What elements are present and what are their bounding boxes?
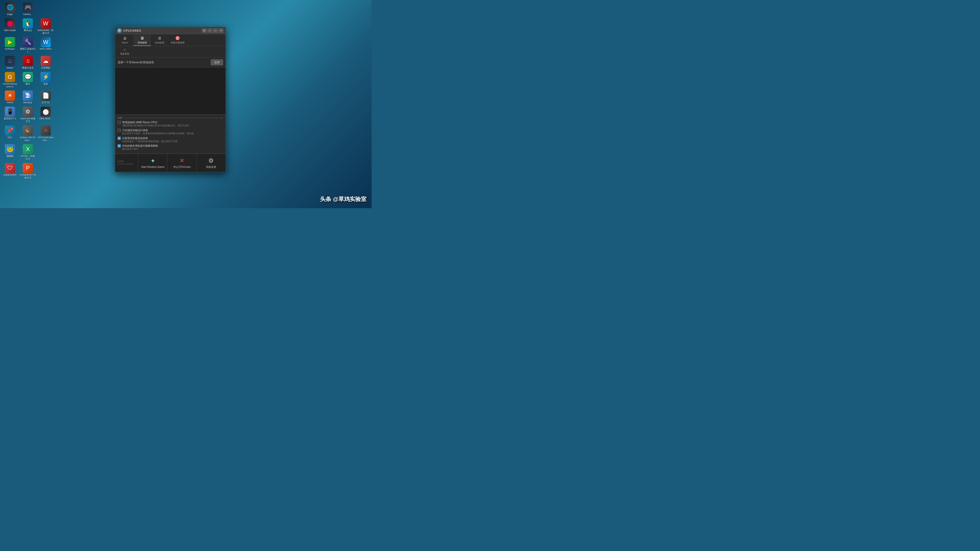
edge-icon: 🌐 bbox=[5, 2, 15, 13]
bandizip-label: Bandizip bbox=[24, 101, 32, 104]
baidu-icon: ☁ bbox=[41, 56, 51, 66]
tab-more-label: 更多类型 bbox=[120, 52, 129, 56]
random-game-icon: ✦ bbox=[150, 157, 156, 165]
cb3-main: 以更高优先级启动游戏 bbox=[122, 137, 180, 140]
settings-area: 设置 ≡≡ 禁用超线程 (AMD Ryzen CPU) 强制游戏以混分配的CPU… bbox=[115, 114, 226, 154]
desktop-icon-qq[interactable]: 🐧 腾讯QQ bbox=[19, 17, 37, 36]
desktop-icon-xmind[interactable]: ✶ XMind bbox=[1, 89, 19, 105]
tech-icon: G bbox=[5, 72, 15, 82]
nail-icon: 📌 bbox=[5, 125, 15, 136]
app-icon: C bbox=[117, 28, 122, 33]
pot-label: PotPlayer bbox=[5, 48, 15, 51]
desktop-icon-nail[interactable]: 📌 钉钉 bbox=[1, 124, 19, 143]
tab-more[interactable]: ✕ 更多类型 bbox=[116, 47, 134, 57]
start-random-game-button[interactable]: ✦ Start Random Game bbox=[138, 154, 167, 172]
select-button[interactable]: 选择 bbox=[211, 59, 223, 65]
desktop-icon-xunlei[interactable]: ⚡ 迅雷 bbox=[37, 71, 54, 89]
checkbox-4-text: 对你的操作系统进行隔离和限制 默认情况下选中。 bbox=[122, 144, 158, 151]
settings-label: 高级设置 bbox=[206, 165, 216, 169]
about-label: 关于CPUCores bbox=[117, 162, 136, 166]
minimize-btn[interactable]: ─ bbox=[207, 28, 212, 33]
tab-monitor[interactable]: 🖥 自动监测 bbox=[151, 35, 168, 46]
tab-bar-row2: ✕ 更多类型 bbox=[115, 46, 226, 57]
desktop-icon-excel[interactable]: X EXCEL - 快捷方式 bbox=[19, 143, 37, 162]
checkbox-2[interactable] bbox=[118, 129, 121, 132]
cpu-icon: ✕ bbox=[41, 125, 51, 136]
steam-icon: ♨ bbox=[5, 56, 15, 66]
cb1-main: 禁用超线程 (AMD Ryzen CPU) bbox=[122, 121, 191, 124]
excel-label: EXCEL - 快捷方式 bbox=[20, 155, 36, 160]
advanced-settings-button[interactable]: ⚙ 高级设置 bbox=[197, 154, 226, 172]
wps-icon: W bbox=[41, 18, 51, 29]
desktop-icon-client[interactable]: ⚙ Client.exe 快捷方式 bbox=[19, 106, 37, 124]
txt-icon: 📄 bbox=[41, 91, 51, 101]
tab-monitor-icon: 🖥 bbox=[158, 36, 162, 41]
checkbox-4[interactable] bbox=[118, 144, 121, 148]
obs3-icon: ⬤ bbox=[41, 106, 51, 117]
desktop-icon-txt[interactable]: 📄 文字.txt bbox=[37, 89, 54, 105]
desktop-icon-edge[interactable]: 🌐 Edge bbox=[1, 1, 19, 17]
eclipse-icon: ☯ bbox=[23, 125, 33, 136]
desktop-icon-steam[interactable]: ♨ Steam bbox=[1, 55, 19, 70]
select-label: 选择一个非Steam应用或游戏 bbox=[118, 60, 154, 64]
desktop-icon-eclipse[interactable]: ☯ Eclipse IDE for Java... bbox=[19, 124, 37, 143]
desktop-icon-wps[interactable]: W WINWORD - 快捷方式 bbox=[37, 17, 54, 36]
checkbox-1[interactable] bbox=[118, 121, 121, 124]
desktop-icon-baidu[interactable]: ☁ 百度网盘 bbox=[37, 55, 54, 70]
desktop-icon-jump[interactable]: 🐸 蹦蹦跳 bbox=[1, 143, 19, 162]
tab-monitor-label: 自动监测 bbox=[155, 41, 164, 44]
ppt-icon: P bbox=[23, 163, 33, 173]
desktop-icon-obs3[interactable]: ⬤ OBS-Studi... bbox=[37, 106, 54, 124]
cpucores-window: C CPUCORES ⊞ ─ □ ✕ 🖥 Steam 🖥 其他游戏 🖥 自动监测… bbox=[115, 27, 226, 172]
aid-icon: 📱 bbox=[5, 106, 15, 117]
tab-steam[interactable]: 🖥 Steam bbox=[116, 35, 134, 46]
settings-title: 设置 ≡≡ bbox=[118, 116, 223, 120]
desktop-icon-games[interactable]: 🎮 Games... bbox=[19, 1, 37, 17]
163-label: 网易云音乐 bbox=[22, 67, 34, 69]
maximize-btn[interactable]: □ bbox=[213, 28, 218, 33]
cb4-main: 对你的操作系统进行隔离和限制 bbox=[122, 144, 158, 148]
random-game-label: Start Random Game bbox=[141, 165, 165, 168]
checkbox-3[interactable] bbox=[118, 137, 121, 140]
desktop-icon-tool[interactable]: 🔧 图吧工具箱2021 bbox=[19, 36, 37, 54]
cb2-main: 只在指定内核运行游戏 bbox=[122, 129, 194, 132]
wps2-icon: W bbox=[41, 37, 51, 47]
window-title: CPUCORES bbox=[123, 29, 202, 32]
wechat-icon: 💬 bbox=[23, 72, 33, 82]
jump-label: 蹦蹦跳 bbox=[6, 155, 14, 158]
txt-label: 文字.txt bbox=[42, 101, 49, 104]
desktop-icon-wechat[interactable]: 💬 微信 bbox=[19, 71, 37, 89]
settings-divider bbox=[123, 118, 219, 118]
checkbox-2-text: 只在指定内核运行游戏 默认情况下不选中。如果要启动单线程或CPU使用最小的游戏，… bbox=[122, 129, 194, 135]
desktop-icon-wps2[interactable]: W WPS Office bbox=[37, 36, 54, 54]
desktop-icon-cpu[interactable]: ✕ CPUCores Maximiz... bbox=[37, 124, 54, 143]
close-btn[interactable]: ✕ bbox=[218, 28, 224, 33]
163-icon: ♫ bbox=[23, 56, 33, 66]
tab-more-icon: ✕ bbox=[123, 48, 126, 52]
select-header: 选择一个非Steam应用或游戏 选择 bbox=[115, 57, 226, 68]
stop-cpucores-button[interactable]: ✕ 停止CPUCores bbox=[167, 154, 196, 172]
obs3-label: OBS-Studi... bbox=[39, 118, 52, 120]
xmind-icon: ✶ bbox=[5, 91, 15, 101]
desktop-icon-ppt[interactable]: P POWERPNT 快捷方式 bbox=[19, 162, 37, 180]
desktop-icon-fire[interactable]: 🛡 火绒安全软件 bbox=[1, 162, 19, 180]
grid-btn[interactable]: ⊞ bbox=[202, 28, 207, 33]
desktop-icon-163[interactable]: ♫ 网易云音乐 bbox=[19, 55, 37, 70]
bottom-info: v1.9.9 关于CPUCores bbox=[115, 154, 138, 172]
wps2-label: WPS Office bbox=[40, 48, 52, 51]
version-label: v1.9.9 bbox=[117, 160, 136, 162]
nail-label: 钉钉 bbox=[8, 136, 12, 139]
desktop-icon-aid[interactable]: 📱 爱思助手7.0 bbox=[1, 106, 19, 124]
tab-other-games[interactable]: 🖥 其他游戏 bbox=[134, 35, 151, 46]
fire-label: 火绒安全软件 bbox=[3, 174, 17, 176]
ppt-label: POWERPNT 快捷方式 bbox=[20, 174, 36, 179]
game-list-area[interactable] bbox=[115, 68, 226, 114]
tab-detect-label: 游戏头盔检测 bbox=[171, 41, 185, 44]
aid-label: 爱思助手7.0 bbox=[4, 118, 16, 120]
tool-icon: 🔧 bbox=[23, 37, 33, 47]
desktop-icon-obs[interactable]: ⬤ OBS Studio bbox=[1, 17, 19, 36]
desktop-icon-bandizip[interactable]: 🗜 Bandizip bbox=[19, 89, 37, 105]
desktop-icon-pot[interactable]: ▶ PotPlayer bbox=[1, 36, 19, 54]
tab-detect[interactable]: 🎯 游戏头盔检测 bbox=[168, 35, 187, 46]
desktop-icon-tech[interactable]: G TechPowerUp GPU-Z bbox=[1, 71, 19, 89]
